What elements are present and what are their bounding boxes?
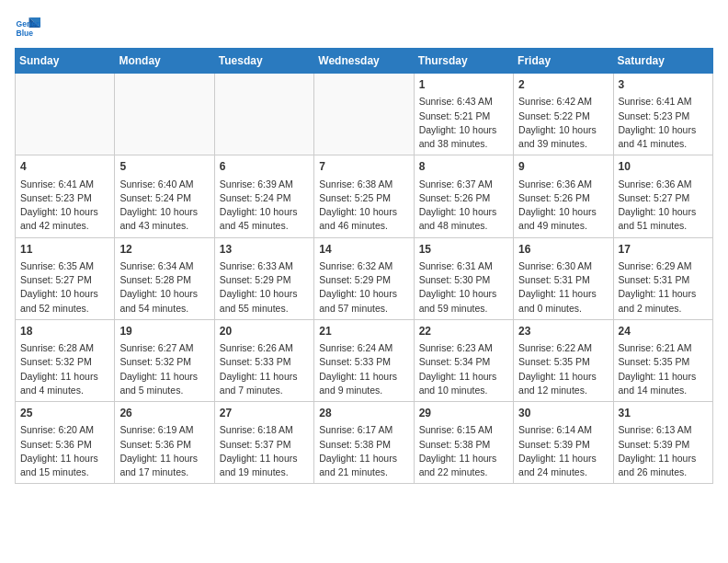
day-number: 25 [20,406,109,421]
day-number: 20 [220,324,309,339]
day-info: Sunrise: 6:31 AM Sunset: 5:30 PM Dayligh… [419,259,508,316]
calendar-cell: 27Sunrise: 6:18 AM Sunset: 5:37 PM Dayli… [214,402,313,484]
day-number: 2 [518,77,608,93]
day-number: 30 [518,406,608,421]
day-info: Sunrise: 6:43 AM Sunset: 5:21 PM Dayligh… [419,95,508,151]
logo: General Blue [15,15,44,40]
day-info: Sunrise: 6:38 AM Sunset: 5:25 PM Dayligh… [319,178,408,234]
day-number: 11 [20,242,109,258]
calendar-week-3: 11Sunrise: 6:35 AM Sunset: 5:27 PM Dayli… [16,237,713,319]
calendar-body: 1Sunrise: 6:43 AM Sunset: 5:21 PM Daylig… [16,74,713,484]
weekday-header-wednesday: Wednesday [314,49,414,74]
calendar-cell: 25Sunrise: 6:20 AM Sunset: 5:36 PM Dayli… [16,402,115,484]
weekday-header-thursday: Thursday [414,49,513,74]
day-number: 26 [119,406,209,421]
calendar-cell: 11Sunrise: 6:35 AM Sunset: 5:27 PM Dayli… [16,237,115,319]
calendar-table: SundayMondayTuesdayWednesdayThursdayFrid… [15,48,713,484]
day-info: Sunrise: 6:32 AM Sunset: 5:29 PM Dayligh… [319,259,408,316]
calendar-cell: 1Sunrise: 6:43 AM Sunset: 5:21 PM Daylig… [414,74,513,155]
calendar-cell: 6Sunrise: 6:39 AM Sunset: 5:24 PM Daylig… [214,155,313,237]
calendar-week-2: 4Sunrise: 6:41 AM Sunset: 5:23 PM Daylig… [16,155,713,237]
day-info: Sunrise: 6:41 AM Sunset: 5:23 PM Dayligh… [20,178,109,234]
calendar-cell [314,74,414,155]
day-info: Sunrise: 6:33 AM Sunset: 5:29 PM Dayligh… [220,259,309,316]
calendar-cell: 14Sunrise: 6:32 AM Sunset: 5:29 PM Dayli… [314,237,414,319]
day-info: Sunrise: 6:24 AM Sunset: 5:33 PM Dayligh… [319,341,408,397]
svg-text:General: General [17,19,40,29]
calendar-cell [16,74,115,155]
day-number: 10 [619,159,708,175]
day-info: Sunrise: 6:21 AM Sunset: 5:35 PM Dayligh… [619,341,708,397]
day-number: 6 [220,159,309,175]
calendar-cell: 20Sunrise: 6:26 AM Sunset: 5:33 PM Dayli… [214,319,313,401]
calendar-cell: 5Sunrise: 6:40 AM Sunset: 5:24 PM Daylig… [115,155,214,237]
calendar-week-1: 1Sunrise: 6:43 AM Sunset: 5:21 PM Daylig… [16,74,713,155]
day-number: 24 [619,324,708,339]
calendar-cell [115,74,214,155]
calendar-cell: 22Sunrise: 6:23 AM Sunset: 5:34 PM Dayli… [414,319,513,401]
day-number: 15 [419,242,508,258]
calendar-cell: 15Sunrise: 6:31 AM Sunset: 5:30 PM Dayli… [414,237,513,319]
calendar-cell: 16Sunrise: 6:30 AM Sunset: 5:31 PM Dayli… [514,237,613,319]
day-number: 17 [619,242,708,258]
day-info: Sunrise: 6:22 AM Sunset: 5:35 PM Dayligh… [518,341,608,397]
day-number: 29 [419,406,508,421]
calendar-cell: 8Sunrise: 6:37 AM Sunset: 5:26 PM Daylig… [414,155,513,237]
day-info: Sunrise: 6:39 AM Sunset: 5:24 PM Dayligh… [220,178,309,234]
calendar-cell: 2Sunrise: 6:42 AM Sunset: 5:22 PM Daylig… [514,74,613,155]
calendar-cell: 31Sunrise: 6:13 AM Sunset: 5:39 PM Dayli… [613,402,712,484]
calendar-cell: 29Sunrise: 6:15 AM Sunset: 5:38 PM Dayli… [414,402,513,484]
day-info: Sunrise: 6:36 AM Sunset: 5:26 PM Dayligh… [518,178,608,234]
day-number: 31 [619,406,708,421]
calendar-cell: 24Sunrise: 6:21 AM Sunset: 5:35 PM Dayli… [613,319,712,401]
day-number: 4 [20,159,109,175]
calendar-cell: 3Sunrise: 6:41 AM Sunset: 5:23 PM Daylig… [613,74,712,155]
calendar-cell: 23Sunrise: 6:22 AM Sunset: 5:35 PM Dayli… [514,319,613,401]
calendar-cell [214,74,313,155]
weekday-header-friday: Friday [514,49,613,74]
weekday-header-saturday: Saturday [613,49,712,74]
day-number: 14 [319,242,408,258]
day-info: Sunrise: 6:14 AM Sunset: 5:39 PM Dayligh… [518,423,608,479]
day-number: 1 [419,77,508,93]
day-number: 5 [119,159,209,175]
calendar-week-5: 25Sunrise: 6:20 AM Sunset: 5:36 PM Dayli… [16,402,713,484]
day-number: 8 [419,159,508,175]
day-info: Sunrise: 6:23 AM Sunset: 5:34 PM Dayligh… [419,341,508,397]
day-info: Sunrise: 6:13 AM Sunset: 5:39 PM Dayligh… [619,423,708,479]
calendar-cell: 9Sunrise: 6:36 AM Sunset: 5:26 PM Daylig… [514,155,613,237]
day-number: 3 [619,77,708,93]
day-number: 21 [319,324,408,339]
calendar-cell: 12Sunrise: 6:34 AM Sunset: 5:28 PM Dayli… [115,237,214,319]
day-info: Sunrise: 6:40 AM Sunset: 5:24 PM Dayligh… [119,178,209,234]
calendar-cell: 26Sunrise: 6:19 AM Sunset: 5:36 PM Dayli… [115,402,214,484]
day-info: Sunrise: 6:26 AM Sunset: 5:33 PM Dayligh… [220,341,309,397]
day-info: Sunrise: 6:20 AM Sunset: 5:36 PM Dayligh… [20,423,109,479]
day-number: 28 [319,406,408,421]
day-info: Sunrise: 6:37 AM Sunset: 5:26 PM Dayligh… [419,178,508,234]
day-number: 18 [20,324,109,339]
calendar-cell: 30Sunrise: 6:14 AM Sunset: 5:39 PM Dayli… [514,402,613,484]
day-info: Sunrise: 6:17 AM Sunset: 5:38 PM Dayligh… [319,423,408,479]
day-number: 7 [319,159,408,175]
weekday-header-sunday: Sunday [16,49,115,74]
calendar-cell: 17Sunrise: 6:29 AM Sunset: 5:31 PM Dayli… [613,237,712,319]
day-info: Sunrise: 6:28 AM Sunset: 5:32 PM Dayligh… [20,341,109,397]
day-number: 12 [119,242,209,258]
calendar-week-4: 18Sunrise: 6:28 AM Sunset: 5:32 PM Dayli… [16,319,713,401]
day-number: 27 [220,406,309,421]
day-info: Sunrise: 6:30 AM Sunset: 5:31 PM Dayligh… [518,259,608,316]
day-info: Sunrise: 6:18 AM Sunset: 5:37 PM Dayligh… [220,423,309,479]
day-info: Sunrise: 6:34 AM Sunset: 5:28 PM Dayligh… [119,259,209,316]
calendar-cell: 28Sunrise: 6:17 AM Sunset: 5:38 PM Dayli… [314,402,414,484]
day-info: Sunrise: 6:41 AM Sunset: 5:23 PM Dayligh… [619,95,708,151]
weekday-header-tuesday: Tuesday [214,49,313,74]
day-number: 13 [220,242,309,258]
day-number: 9 [518,159,608,175]
day-number: 22 [419,324,508,339]
day-number: 19 [119,324,209,339]
svg-text:Blue: Blue [17,29,34,38]
calendar-cell: 13Sunrise: 6:33 AM Sunset: 5:29 PM Dayli… [214,237,313,319]
calendar-cell: 19Sunrise: 6:27 AM Sunset: 5:32 PM Dayli… [115,319,214,401]
day-number: 16 [518,242,608,258]
